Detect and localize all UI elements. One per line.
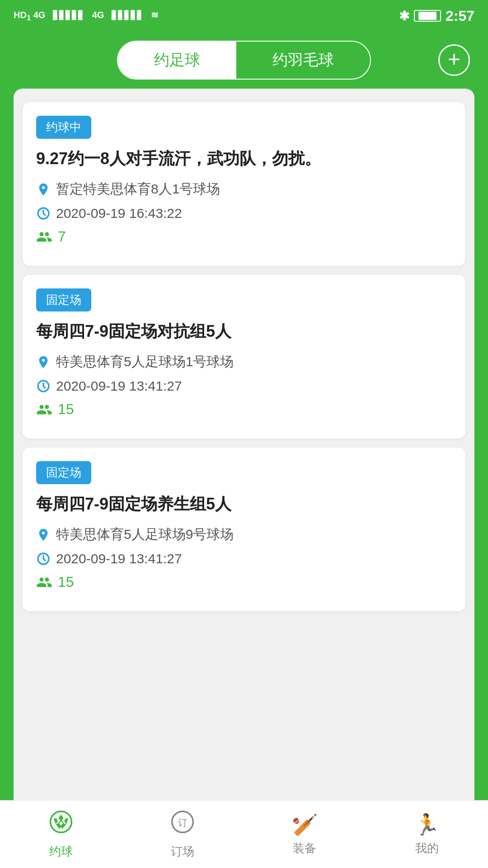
add-button[interactable]: +: [438, 44, 470, 76]
svg-marker-6: [53, 818, 57, 824]
badge-3: 固定场: [36, 461, 91, 484]
nav-item-wode[interactable]: 🏃 我的: [414, 812, 440, 856]
svg-marker-5: [64, 818, 68, 824]
nav-item-yuqiu[interactable]: 约球: [48, 809, 74, 859]
people-icon-2: [36, 401, 52, 418]
tab-badminton[interactable]: 约羽毛球: [236, 42, 370, 79]
card-people-3: 15: [36, 574, 452, 590]
svg-marker-4: [58, 815, 64, 821]
status-right: ✱ 2:57: [399, 8, 474, 24]
clock-icon-1: [36, 206, 51, 221]
location-icon-3: [36, 528, 51, 542]
people-icon-3: [36, 574, 52, 590]
people-count-3: 15: [58, 574, 74, 590]
svg-marker-8: [56, 824, 61, 830]
card-location-3: 特美思体育5人足球场9号球场: [36, 525, 452, 544]
nav-item-zhuangbei[interactable]: 🏏 装备: [292, 812, 318, 856]
location-text-1: 暂定特美思体育8人1号球场: [56, 180, 220, 198]
nav-label-yuqiu: 约球: [49, 844, 73, 859]
card-title-1: 9.27约一8人对手流汗，武功队，勿扰。: [36, 148, 452, 170]
plus-icon: +: [448, 48, 460, 70]
clock-icon-2: [36, 379, 51, 393]
nav-label-dingchang: 订场: [171, 844, 194, 859]
card-time-2: 2020-09-19 13:41:27: [36, 378, 452, 394]
status-bar: HD1 4G ▋▋▋▋▋ 4G ▋▋▋▋▋ ≋ ✱ 2:57: [0, 0, 488, 32]
people-count-2: 15: [58, 401, 74, 418]
time-text-2: 2020-09-19 13:41:27: [56, 378, 182, 394]
people-count-1: 7: [58, 228, 66, 245]
clock-icon-3: [36, 552, 51, 566]
nav-item-dingchang[interactable]: 订 订场: [170, 809, 195, 859]
card-3[interactable]: 固定场 每周四7-9固定场养生组5人 特美思体育5人足球场9号球场 2020-0…: [23, 448, 465, 611]
card-time-1: 2020-09-19 16:43:22: [36, 206, 452, 221]
header: 约足球 约羽毛球 +: [0, 32, 488, 89]
people-icon-1: [36, 229, 52, 245]
time-text-1: 2020-09-19 16:43:22: [56, 206, 182, 221]
main-content: 约球中 9.27约一8人对手流汗，武功队，勿扰。 暂定特美思体育8人1号球场 2…: [14, 89, 474, 821]
equipment-icon: 🏏: [292, 812, 318, 837]
card-1[interactable]: 约球中 9.27约一8人对手流汗，武功队，勿扰。 暂定特美思体育8人1号球场 2…: [23, 102, 465, 266]
order-icon: 订: [170, 809, 195, 840]
location-text-3: 特美思体育5人足球场9号球场: [56, 525, 234, 544]
svg-point-3: [50, 811, 71, 833]
tab-container: 约足球 约羽毛球: [117, 41, 371, 80]
nav-label-wode: 我的: [415, 840, 439, 856]
card-2[interactable]: 固定场 每周四7-9固定场对抗组5人 特美思体育5人足球场1号球场 2020-0…: [23, 275, 465, 439]
location-text-2: 特美思体育5人足球场1号球场: [56, 353, 234, 371]
svg-text:订: 订: [178, 817, 188, 828]
card-people-2: 15: [36, 401, 452, 418]
football-icon: [48, 809, 74, 840]
card-location-1: 暂定特美思体育8人1号球场: [36, 180, 452, 198]
tab-football[interactable]: 约足球: [118, 42, 236, 79]
card-people-1: 7: [36, 228, 452, 245]
location-icon-2: [36, 355, 51, 369]
location-icon-1: [36, 182, 51, 197]
card-time-3: 2020-09-19 13:41:27: [36, 551, 452, 566]
card-title-3: 每周四7-9固定场养生组5人: [36, 493, 452, 515]
card-location-2: 特美思体育5人足球场1号球场: [36, 353, 452, 371]
bluetooth-icon: ✱: [399, 9, 409, 24]
badge-2: 固定场: [36, 288, 91, 311]
time: 2:57: [446, 8, 474, 24]
card-title-2: 每周四7-9固定场对抗组5人: [36, 321, 452, 343]
bottom-nav: 约球 订 订场 🏏 装备 🏃 我的: [0, 800, 488, 868]
profile-icon: 🏃: [414, 812, 440, 837]
network-indicator: HD1 4G ▋▋▋▋▋ 4G ▋▋▋▋▋ ≋: [14, 9, 159, 23]
nav-label-zhuangbei: 装备: [293, 840, 316, 856]
svg-marker-7: [61, 824, 66, 830]
time-text-3: 2020-09-19 13:41:27: [56, 551, 182, 566]
battery-icon: [414, 10, 441, 22]
status-left: HD1 4G ▋▋▋▋▋ 4G ▋▋▋▋▋ ≋: [14, 9, 159, 23]
badge-1: 约球中: [36, 116, 91, 139]
